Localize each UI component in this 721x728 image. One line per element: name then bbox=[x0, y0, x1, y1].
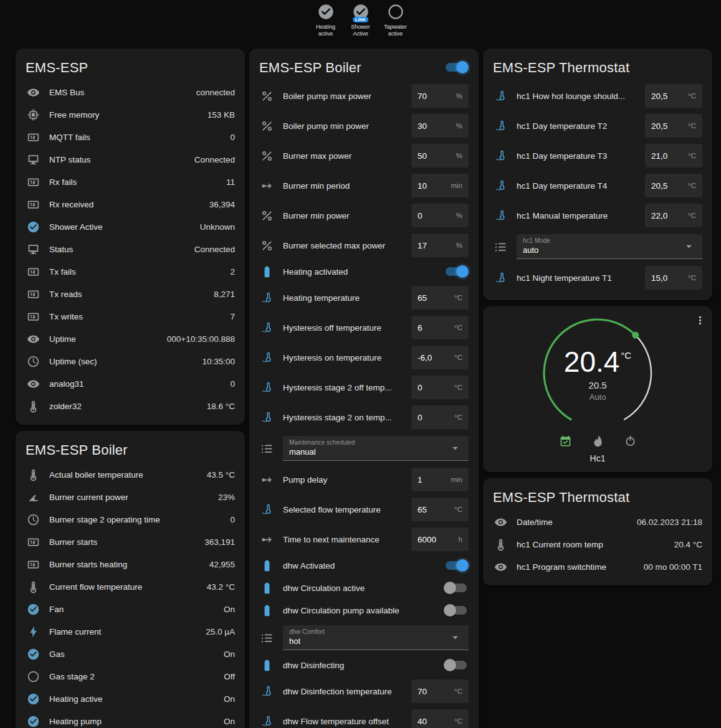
number-input[interactable]: 17 % bbox=[411, 234, 469, 257]
number-input[interactable]: 15,0 °C bbox=[645, 266, 702, 290]
toggle-switch[interactable] bbox=[444, 604, 469, 617]
entity-row[interactable]: Actual boiler temperature 43.5 °C 43.5 °… bbox=[26, 463, 235, 486]
calendar-check-icon[interactable] bbox=[558, 433, 573, 448]
entity-row[interactable]: hc1 How hot lounge should... 20,5 20,5 °… bbox=[493, 81, 702, 111]
entity-row[interactable]: hc1 Day temperature T4 20,5 20,5 °C hc1 … bbox=[493, 171, 702, 201]
entity-row[interactable]: Gas On On Gas On bbox=[26, 643, 235, 665]
entity-row[interactable]: dhw Circulation active dhw Circulation a… bbox=[259, 577, 469, 599]
entity-row[interactable]: Uptime 000+10:35:00.888 000+10:35:00.888… bbox=[26, 328, 235, 350]
entity-row[interactable]: dhw Flow temperature offset 40 40 °C dhw… bbox=[259, 706, 469, 728]
entity-row[interactable]: Hysteresis stage 2 off temp... 0 0 °C Hy… bbox=[259, 372, 469, 402]
number-input[interactable]: 1 min bbox=[411, 468, 469, 491]
entity-row[interactable]: hc1 Manual temperature 22,0 22,0 °C hc1 … bbox=[493, 201, 702, 230]
entity-row[interactable]: dhw Comfort hot hot dhw Comfort hot bbox=[259, 622, 469, 654]
entity-row[interactable]: hc1 Mode auto auto hc1 Mode auto bbox=[493, 230, 702, 263]
entity-row[interactable]: Free memory 153 KB 153 KB Free memory 15… bbox=[26, 103, 235, 126]
number-input[interactable]: 0 °C bbox=[411, 376, 469, 399]
entity-row[interactable]: analog31 0 0 analog31 0 bbox=[26, 372, 235, 395]
entity-row[interactable]: dhw Disinfecting dhw Disinfecting bbox=[259, 654, 469, 676]
entity-row[interactable]: MQTT fails 0 0 MQTT fails 0 bbox=[26, 126, 235, 148]
entity-row[interactable]: Burner current power 23% 23% Burner curr… bbox=[26, 486, 235, 508]
entity-row[interactable]: Uptime (sec) 10:35:00 10:35:00 Uptime (s… bbox=[26, 350, 235, 372]
entity-row[interactable]: Heating activated Heating activated bbox=[259, 260, 469, 283]
glance-badge[interactable]: LINK Shower Active bbox=[346, 3, 376, 38]
entity-row[interactable]: Boiler pump max power 70 70 % Boiler pum… bbox=[259, 81, 469, 111]
entity-row[interactable]: Maintenance scheduled manual manual Main… bbox=[259, 432, 469, 465]
toggle-switch[interactable] bbox=[444, 659, 469, 671]
number-input[interactable]: 22,0 °C bbox=[645, 204, 702, 227]
entity-row[interactable]: Status Connected Connected Status Connec… bbox=[26, 238, 235, 260]
select-input[interactable]: hc1 Mode auto bbox=[517, 234, 702, 259]
glance-badge[interactable]: Tapwater active bbox=[381, 3, 411, 38]
number-input[interactable]: 20,5 °C bbox=[645, 114, 702, 138]
number-input[interactable]: 6000 h bbox=[411, 527, 469, 551]
number-input[interactable]: -6,0 °C bbox=[411, 346, 469, 369]
entity-row[interactable]: Hysteresis off temperature 6 6 °C Hyster… bbox=[259, 313, 469, 343]
entity-row[interactable]: zolder32 18.6 °C 18.6 °C zolder32 18.6 °… bbox=[26, 395, 235, 417]
entity-row[interactable]: Selected flow temperature 65 65 °C Selec… bbox=[259, 494, 469, 524]
number-input[interactable]: 65 °C bbox=[411, 286, 469, 310]
number-input[interactable]: 20,5 °C bbox=[645, 84, 702, 108]
entity-row[interactable]: Tx writes 7 7 Tx writes 7 bbox=[26, 305, 235, 328]
entity-row[interactable]: hc1 Night temperature T1 15,0 15,0 °C hc… bbox=[493, 263, 702, 293]
entity-row[interactable]: Burner max power 50 50 % Burner max powe… bbox=[259, 141, 469, 171]
thermostat-dial[interactable]: 20.4 °C 20.5 Auto bbox=[538, 314, 657, 432]
toggle-switch[interactable] bbox=[444, 582, 469, 594]
entity-row[interactable]: Tx fails 2 2 Tx fails 2 bbox=[26, 260, 235, 283]
entity-row[interactable]: dhw Circulation pump available dhw Circu… bbox=[259, 599, 469, 622]
entity-row[interactable]: Date/time 06.02.2023 21:18 06.02.2023 21… bbox=[493, 511, 702, 533]
number-input[interactable]: 70 °C bbox=[411, 679, 469, 703]
entity-row[interactable]: Burner starts 363,191 363,191 Burner sta… bbox=[26, 531, 235, 553]
number-input[interactable]: 40 °C bbox=[411, 709, 469, 728]
entity-row[interactable]: Burner stage 2 operating time 0 0 Burner… bbox=[26, 508, 235, 531]
entity-row[interactable]: Time to next maintenance 6000 6000 h Tim… bbox=[259, 524, 469, 554]
entity-row[interactable]: Hysteresis on temperature -6,0 -6,0 °C H… bbox=[259, 343, 469, 372]
entity-row[interactable]: hc1 Program switchtime 00 mo 00:00 T1 00… bbox=[493, 555, 702, 578]
entity-row[interactable]: Flame current 25.0 µA 25.0 µA Flame curr… bbox=[26, 620, 235, 643]
entity-row[interactable]: NTP status Connected Connected NTP statu… bbox=[26, 148, 235, 171]
overflow-menu-icon[interactable] bbox=[692, 313, 707, 328]
number-input[interactable]: 30 % bbox=[411, 114, 469, 138]
number-input[interactable]: 6 °C bbox=[411, 316, 469, 339]
number-input[interactable]: 0 % bbox=[411, 204, 469, 227]
select-input[interactable]: dhw Comfort hot bbox=[283, 625, 469, 650]
entity-row[interactable]: Rx fails 11 11 Rx fails 11 bbox=[26, 171, 235, 193]
toggle-switch[interactable] bbox=[444, 559, 469, 572]
entity-row[interactable]: hc1 Current room temp 20.4 °C 20.4 °C hc… bbox=[493, 533, 702, 555]
entity-row[interactable]: Heating pump On On Heating pump On bbox=[26, 710, 235, 728]
card-toggle-switch[interactable] bbox=[444, 61, 469, 73]
entity-row[interactable]: Burner min power 0 0 % Burner min power … bbox=[259, 201, 469, 230]
entity-row[interactable]: Shower Active Unknown Unknown Shower Act… bbox=[26, 215, 235, 238]
entity-row[interactable]: dhw Activated dhw Activated bbox=[259, 554, 469, 577]
entity-row[interactable]: Burner starts heating 42,955 42,955 Burn… bbox=[26, 553, 235, 575]
entity-row[interactable]: Fan On On Fan On bbox=[26, 598, 235, 620]
number-input[interactable]: 65 °C bbox=[411, 498, 469, 521]
power-icon[interactable] bbox=[623, 433, 637, 448]
entity-row[interactable]: Heating temperature 65 65 °C Heating tem… bbox=[259, 283, 469, 313]
entity-label: Burner starts heating bbox=[49, 560, 209, 569]
toggle-switch[interactable] bbox=[444, 265, 469, 278]
glance-badge[interactable]: Heating active bbox=[311, 3, 341, 38]
entity-row[interactable]: EMS Bus connected connected EMS Bus conn… bbox=[26, 81, 235, 103]
entity-row[interactable]: Pump delay 1 1 min Pump delay 1 bbox=[259, 465, 469, 494]
entity-row[interactable]: Burner min period 10 10 min Burner min p… bbox=[259, 171, 469, 201]
fire-icon[interactable] bbox=[590, 433, 605, 448]
entity-row[interactable]: hc1 Day temperature T3 21,0 21,0 °C hc1 … bbox=[493, 141, 702, 171]
number-input[interactable]: 21,0 °C bbox=[645, 144, 702, 168]
entity-row[interactable]: Heating active On On Heating active On bbox=[26, 688, 235, 710]
entity-row[interactable]: Current flow temperature 43.2 °C 43.2 °C… bbox=[26, 575, 235, 598]
number-input[interactable]: 10 min bbox=[411, 174, 469, 197]
number-input[interactable]: 70 % bbox=[411, 84, 469, 108]
entity-row[interactable]: Boiler pump min power 30 30 % Boiler pum… bbox=[259, 111, 469, 141]
select-input[interactable]: Maintenance scheduled manual bbox=[283, 436, 469, 461]
entity-row[interactable]: hc1 Day temperature T2 20,5 20,5 °C hc1 … bbox=[493, 111, 702, 141]
entity-row[interactable]: Gas stage 2 Off Off Gas stage 2 Off bbox=[26, 665, 235, 688]
number-input[interactable]: 50 % bbox=[411, 144, 469, 168]
entity-row[interactable]: Rx received 36,394 36,394 Rx received 36… bbox=[26, 193, 235, 215]
entity-row[interactable]: Hysteresis stage 2 on temp... 0 0 °C Hys… bbox=[259, 402, 469, 432]
entity-row[interactable]: Burner selected max power 17 17 % Burner… bbox=[259, 230, 469, 260]
entity-row[interactable]: dhw Disinfection temperature 70 70 °C dh… bbox=[259, 676, 469, 706]
number-input[interactable]: 20,5 °C bbox=[645, 174, 702, 197]
number-input[interactable]: 0 °C bbox=[411, 405, 469, 429]
entity-row[interactable]: Tx reads 8,271 8,271 Tx reads 8,271 bbox=[26, 283, 235, 305]
